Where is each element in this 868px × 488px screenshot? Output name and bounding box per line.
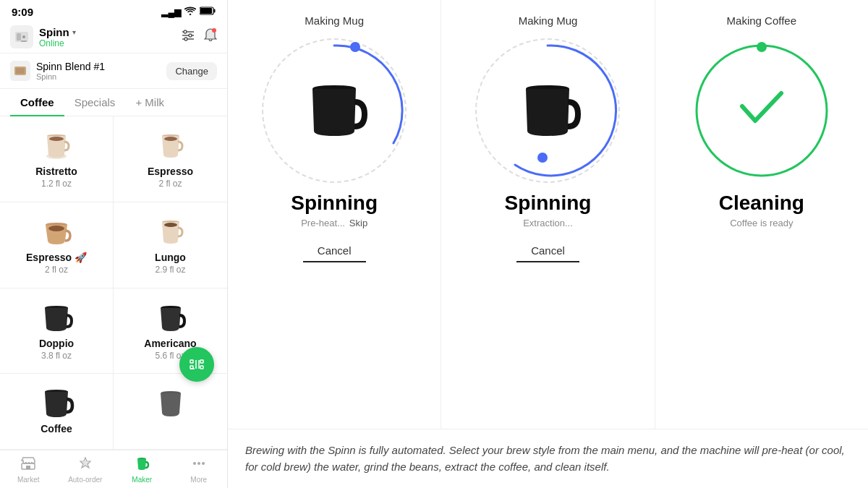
status-time: 9:09 (12, 6, 33, 18)
signal-icon: ▂▄▆ (161, 7, 181, 17)
list-item[interactable]: Ristretto 1.2 fl oz (0, 116, 114, 202)
header-icons (181, 28, 217, 46)
tab-coffee[interactable]: Coffee (10, 89, 64, 116)
machine-name-row[interactable]: Spinn ▾ (39, 26, 76, 38)
skip-button[interactable]: Skip (349, 218, 367, 228)
status-icons: ▂▄▆ (161, 7, 216, 17)
blend-info: Spinn Blend #1 Spinn (10, 61, 105, 81)
stage-3-dot (757, 42, 767, 52)
svg-point-20 (164, 223, 177, 227)
svg-point-5 (22, 35, 25, 38)
americano-cup-icon (150, 300, 191, 333)
change-button[interactable]: Change (166, 62, 217, 80)
stage-1-title: Making Mug (305, 14, 364, 27)
stage-3-circle (689, 38, 834, 183)
svg-point-34 (197, 462, 200, 465)
list-item[interactable]: Lungo 2.9 fl oz (114, 202, 227, 288)
stage-2: Making Mug Spinning E (441, 0, 655, 429)
nav-market[interactable]: Market (0, 455, 57, 485)
machine-info: Spinn ▾ Online (10, 25, 76, 48)
extra-cup-icon (150, 385, 191, 419)
coffee-size: 3.8 fl oz (41, 351, 72, 361)
stage-1: Making Mug Spinning P (228, 0, 441, 429)
coffee-size: 2.9 fl oz (155, 265, 185, 275)
svg-point-17 (49, 137, 64, 141)
scan-fab-button[interactable] (179, 347, 214, 382)
svg-rect-23 (200, 360, 203, 363)
sidebar: 9:09 ▂▄▆ (0, 0, 228, 488)
maker-label: Maker (132, 476, 152, 484)
svg-rect-21 (190, 360, 193, 363)
coffee-grid: Ristretto 1.2 fl oz Espresso 2 fl oz (0, 116, 227, 450)
espresso-cup-icon (150, 128, 191, 161)
tabs: Coffee Specials + Milk (0, 89, 227, 116)
coffee-name: Lungo (155, 252, 186, 263)
stage-2-mug (511, 74, 584, 147)
blend-brand: Spinn (36, 72, 105, 81)
blend-name: Spinn Blend #1 (36, 61, 105, 72)
stage-2-circle (475, 38, 620, 183)
tab-specials[interactable]: Specials (64, 89, 126, 116)
online-status: Online (39, 38, 76, 48)
coffee-size: 1.2 fl oz (41, 179, 72, 189)
svg-point-19 (48, 226, 64, 231)
coffee-name: Ristretto (35, 166, 77, 177)
stage-1-cancel-button[interactable]: Cancel (303, 240, 366, 262)
tooltip-text: Brewing with the Spinn is fully automate… (245, 444, 845, 473)
svg-point-12 (184, 38, 187, 40)
svg-rect-32 (26, 466, 30, 469)
machine-header: Spinn ▾ Online (0, 21, 227, 53)
status-bar: 9:09 ▂▄▆ (0, 0, 227, 21)
battery-icon (200, 7, 216, 17)
doppio-cup-icon (36, 300, 77, 333)
nav-maker[interactable]: Maker (114, 455, 171, 485)
list-item[interactable]: Doppio 3.8 fl oz (0, 288, 114, 374)
svg-point-18 (164, 137, 177, 141)
svg-point-11 (189, 34, 192, 37)
svg-rect-15 (16, 68, 25, 74)
bottom-nav: Market Auto-order Maker (0, 450, 227, 488)
stage-1-circle (262, 38, 407, 183)
lungo-cup-icon (150, 214, 191, 247)
stage-3-status: Cleaning (719, 192, 804, 215)
market-label: Market (17, 476, 40, 484)
main-content: Making Mug Spinning P (228, 0, 868, 488)
coffee-size: 2 fl oz (45, 265, 68, 275)
autoorder-icon (78, 456, 93, 474)
stage-2-cancel-button[interactable]: Cancel (516, 240, 579, 262)
machine-name: Spinn (39, 26, 69, 38)
coffee-name: Doppio (39, 338, 74, 349)
stage-3-title: Making Coffee (727, 14, 796, 27)
list-item[interactable] (114, 374, 227, 450)
bell-icon[interactable] (204, 28, 217, 46)
coffee-name: Espresso 🚀 (26, 252, 87, 263)
more-icon (191, 456, 207, 474)
svg-rect-4 (17, 33, 21, 40)
wifi-icon (184, 7, 196, 17)
more-label: More (190, 476, 207, 484)
list-item[interactable]: Espresso 🚀 2 fl oz (0, 202, 114, 288)
stage-2-title: Making Mug (519, 14, 578, 27)
stage-2-status: Spinning (505, 192, 592, 215)
list-item[interactable]: Espresso 2 fl oz (114, 116, 227, 202)
chevron-down-icon: ▾ (72, 28, 76, 36)
machine-icon (10, 25, 33, 48)
list-item[interactable]: Coffee (0, 374, 114, 450)
stage-3: Making Coffee Cleaning Coffee is ready (655, 0, 868, 429)
nav-autoorder[interactable]: Auto-order (57, 455, 114, 485)
blend-row: Spinn Blend #1 Spinn Change (0, 53, 227, 89)
stage-2-substatus: Extraction... (523, 218, 573, 228)
tab-milk[interactable]: + Milk (125, 89, 174, 116)
market-icon (20, 456, 36, 474)
tune-icon[interactable] (181, 29, 195, 46)
coffee-name: Americano (144, 338, 196, 349)
nav-more[interactable]: More (171, 455, 228, 485)
coffee-name: Espresso (148, 166, 193, 177)
autoorder-label: Auto-order (68, 476, 102, 484)
coffee-cup-icon (36, 385, 77, 419)
svg-point-13 (212, 28, 216, 33)
coffee-name: Coffee (41, 423, 72, 435)
svg-rect-1 (214, 9, 216, 13)
stage-3-check-icon (736, 85, 787, 137)
coffee-size: 2 fl oz (158, 179, 182, 189)
